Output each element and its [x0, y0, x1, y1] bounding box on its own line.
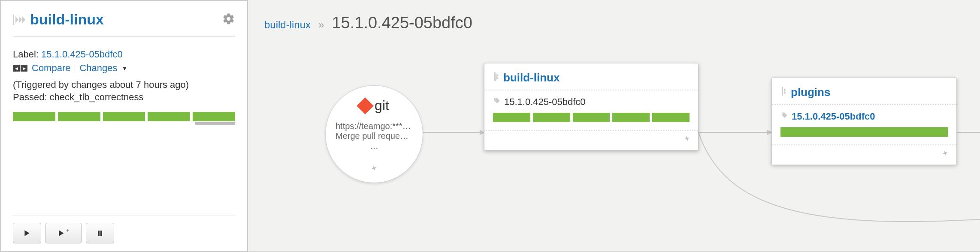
stage-bar[interactable] — [148, 112, 190, 121]
breadcrumb-link[interactable]: build-linux — [264, 19, 311, 31]
card-footer — [772, 144, 956, 165]
pipeline-card-build-linux[interactable]: build-linux 15.1.0.425-05bdfc0 — [484, 63, 699, 150]
panel-header-title-group: build-linux — [13, 11, 104, 28]
compare-link[interactable]: Compare — [32, 63, 70, 74]
card-stages — [772, 125, 956, 144]
trigger-info: (Triggered by changes about 7 hours ago) — [13, 79, 235, 91]
play-button[interactable] — [13, 223, 41, 243]
stage-bar[interactable] — [58, 112, 100, 121]
pipeline-summary-panel: build-linux Label: 15.1.0.425-05bdfc0 ◂▸… — [0, 0, 248, 252]
git-label: git — [375, 98, 389, 114]
card-title[interactable]: build-linux — [503, 71, 560, 84]
compare-icon: ◂▸ — [13, 65, 27, 72]
button-row-divider: + — [13, 216, 235, 243]
git-material-node[interactable]: git https://teamgo:*****… Merge pull req… — [325, 85, 423, 183]
svg-rect-9 — [782, 87, 783, 96]
separator — [75, 64, 75, 72]
tag-icon — [780, 112, 788, 122]
svg-rect-1 — [98, 231, 100, 236]
chevron-down-icon[interactable]: ▼ — [122, 65, 128, 72]
changes-link[interactable]: Changes — [79, 63, 117, 74]
gear-icon[interactable] — [222, 12, 235, 27]
passed-info: Passed: check_tlb_correctness — [13, 91, 235, 104]
card-stages — [484, 110, 698, 130]
breadcrumb-separator-icon: » — [318, 19, 324, 31]
pin-icon[interactable] — [370, 165, 378, 176]
pipeline-icon — [493, 72, 500, 83]
stage-bar[interactable] — [13, 112, 55, 121]
vsm-panel: build-linux » 15.1.0.425-05bdfc0 git — [248, 0, 980, 252]
git-more-dots: … — [370, 141, 378, 151]
panel-header: build-linux — [13, 11, 235, 37]
git-url: https://teamgo:*****… — [336, 121, 413, 131]
stage-bar[interactable] — [493, 113, 530, 122]
control-buttons: + — [13, 223, 235, 243]
stage-bar[interactable] — [652, 113, 690, 122]
svg-rect-0 — [13, 15, 14, 25]
label-key: Label: — [13, 49, 39, 60]
pause-button[interactable] — [86, 223, 114, 243]
panel-meta: Label: 15.1.0.425-05bdfc0 ◂▸ Compare Cha… — [13, 37, 235, 126]
svg-rect-8 — [494, 72, 496, 81]
card-header: plugins — [772, 78, 956, 105]
card-tag-link[interactable]: 15.1.0.425-05bdfc0 — [792, 111, 875, 122]
triple-chevron-icon — [13, 15, 26, 25]
git-icon — [357, 97, 374, 114]
card-tag-row: 15.1.0.425-05bdfc0 — [484, 90, 698, 110]
stage-bar-row — [13, 112, 235, 121]
breadcrumb: build-linux » 15.1.0.425-05bdfc0 — [248, 0, 980, 38]
card-title[interactable]: plugins — [791, 86, 830, 99]
play-plus-suffix: + — [66, 227, 70, 234]
pin-icon[interactable] — [941, 150, 950, 160]
tag-icon — [493, 97, 501, 107]
stage-bar[interactable] — [533, 113, 570, 122]
stage-bar[interactable] — [780, 127, 948, 137]
label-line: Label: 15.1.0.425-05bdfc0 — [13, 49, 235, 60]
stage-bar[interactable] — [573, 113, 610, 122]
play-plus-button[interactable]: + — [45, 223, 82, 243]
pin-icon[interactable] — [683, 135, 691, 146]
pipeline-name-title[interactable]: build-linux — [30, 11, 104, 28]
card-tag-row: 15.1.0.425-05bdfc0 — [772, 105, 956, 125]
stage-bar[interactable] — [612, 113, 650, 122]
pipeline-icon — [780, 87, 787, 98]
stage-bar[interactable] — [103, 112, 145, 121]
compare-changes-row: ◂▸ Compare Changes ▼ — [13, 63, 235, 74]
breadcrumb-current: 15.1.0.425-05bdfc0 — [332, 14, 472, 32]
card-tag: 15.1.0.425-05bdfc0 — [504, 96, 586, 108]
card-header: build-linux — [484, 63, 698, 90]
pipeline-card-plugins[interactable]: plugins 15.1.0.425-05bdfc0 — [771, 78, 957, 165]
vsm-canvas[interactable]: git https://teamgo:*****… Merge pull req… — [248, 38, 980, 251]
svg-rect-2 — [100, 231, 102, 236]
git-logo: git — [359, 98, 389, 114]
connector-arrow — [420, 124, 488, 141]
stage-bar[interactable] — [193, 112, 235, 121]
git-commit-msg: Merge pull request #… — [336, 131, 413, 141]
label-value-link[interactable]: 15.1.0.425-05bdfc0 — [41, 49, 123, 60]
card-footer — [484, 130, 698, 150]
